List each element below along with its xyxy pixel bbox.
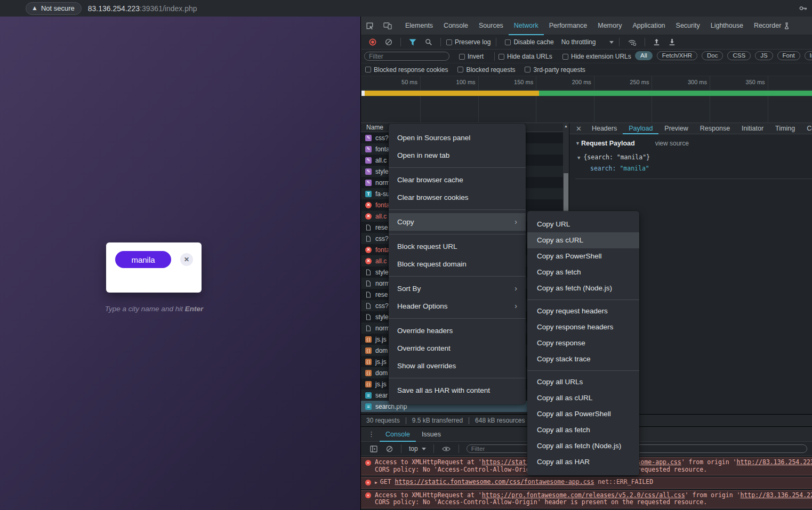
view-source-link[interactable]: view source	[655, 140, 689, 147]
console-tab-issues[interactable]: Issues	[416, 427, 447, 442]
network-filter-input[interactable]	[364, 52, 449, 61]
menu-item-sort-by[interactable]: Sort By›	[389, 280, 526, 297]
console-link[interactable]: https://static.fontawesome.com/css/fonta…	[395, 478, 594, 485]
console-error-message[interactable]: ✕Access to XMLHttpRequest at 'https://pr…	[361, 490, 812, 508]
submenu-item-copy-all-as-har[interactable]: Copy all as HAR	[527, 454, 639, 470]
console-context-select[interactable]: top	[409, 445, 426, 452]
devtools-tab-application[interactable]: Application	[627, 17, 670, 35]
checkbox-blocked-response-cookies[interactable]: Blocked response cookies	[365, 66, 448, 74]
devtools-tab-lighthouse[interactable]: Lighthouse	[705, 17, 749, 35]
devtools-tab-security[interactable]: Security	[671, 17, 705, 35]
console-link[interactable]: https://pro.fontawesome.com/releases/v5.…	[482, 491, 685, 499]
detail-tab-headers[interactable]: Headers	[586, 123, 623, 134]
submenu-item-copy-as-fetch[interactable]: Copy as fetch	[527, 264, 639, 280]
devtools-tab-performance[interactable]: Performance	[544, 17, 593, 35]
payload-preview[interactable]: ▼{search: "manila"}	[577, 153, 812, 161]
filter-chip-fetch-xhr[interactable]: Fetch/XHR	[657, 51, 697, 60]
close-detail-icon[interactable]: ✕	[573, 125, 586, 133]
record-network-log-button[interactable]	[366, 38, 379, 46]
menu-item-open-in-sources-panel[interactable]: Open in Sources panel	[389, 129, 526, 147]
detail-tab-preview[interactable]: Preview	[658, 123, 694, 134]
menu-item-clear-browser-cache[interactable]: Clear browser cache	[389, 171, 526, 189]
submenu-item-copy-all-as-curl[interactable]: Copy all as cURL	[527, 390, 639, 406]
menu-item-override-headers[interactable]: Override headers	[389, 322, 526, 339]
checkbox-blocked-requests[interactable]: Blocked requests	[457, 66, 515, 74]
disable-cache-checkbox[interactable]: Disable cache	[505, 38, 553, 46]
submenu-item-copy-stack-trace[interactable]: Copy stack trace	[527, 351, 639, 367]
timeline-gridline	[652, 76, 652, 123]
detail-tab-response[interactable]: Response	[694, 123, 736, 134]
menu-item-clear-browser-cookies[interactable]: Clear browser cookies	[389, 189, 526, 206]
menu-item-override-content[interactable]: Override content	[389, 339, 526, 357]
filter-chip-all[interactable]: All	[635, 51, 653, 60]
console-sidebar-icon[interactable]	[367, 446, 380, 452]
export-har-icon[interactable]	[666, 38, 678, 46]
menu-item-block-request-domain[interactable]: Block request domain	[389, 255, 526, 273]
detail-tab-cookies[interactable]: Cookies	[801, 123, 812, 134]
submenu-item-copy-as-powershell[interactable]: Copy as PowerShell	[527, 248, 639, 264]
detail-tab-timing[interactable]: Timing	[769, 123, 801, 134]
hide-data-urls-checkbox[interactable]: Hide data URLs	[499, 53, 552, 60]
devtools-tab-network[interactable]: Network	[509, 17, 544, 35]
console-link[interactable]: http://83.136.254.223:39361	[740, 491, 812, 499]
detail-tab-initiator[interactable]: Initiator	[736, 123, 769, 134]
submenu-item-copy-all-as-fetch[interactable]: Copy all as fetch	[527, 422, 639, 438]
submenu-item-copy-response[interactable]: Copy response	[527, 335, 639, 351]
devtools-tab-sources[interactable]: Sources	[473, 17, 509, 35]
network-conditions-icon[interactable]	[625, 39, 639, 46]
request-name: fonta	[375, 246, 390, 254]
filter-chip-font[interactable]: Font	[777, 51, 800, 60]
not-secure-badge[interactable]: ▲ Not secure	[26, 2, 82, 15]
url-text[interactable]: 83.136.254.223:39361/index.php	[88, 4, 197, 13]
script-icon: { }	[365, 359, 372, 365]
filter-chip-css[interactable]: CSS	[727, 51, 751, 60]
filter-icon[interactable]	[406, 39, 419, 46]
search-icon[interactable]	[422, 38, 435, 46]
submenu-item-copy-all-as-fetch-node-js[interactable]: Copy all as fetch (Node.js)	[527, 438, 639, 454]
preserve-log-checkbox[interactable]: Preserve log	[446, 38, 491, 46]
import-har-icon[interactable]	[650, 38, 663, 46]
submenu-item-copy-url[interactable]: Copy URL	[527, 216, 639, 232]
devtools-tab-elements[interactable]: Elements	[400, 17, 438, 35]
kebab-menu-icon[interactable]: ⋮	[361, 430, 380, 438]
console-tab-console[interactable]: Console	[380, 427, 416, 442]
hide-extension-urls-checkbox[interactable]: Hide extension URLs	[562, 53, 631, 60]
eye-icon[interactable]	[439, 446, 453, 452]
invert-checkbox[interactable]: Invert	[459, 53, 484, 60]
menu-item-show-all-overrides[interactable]: Show all overrides	[389, 357, 526, 375]
submenu-item-copy-as-curl[interactable]: Copy as cURL	[527, 232, 639, 248]
submenu-item-copy-all-as-powershell[interactable]: Copy all as PowerShell	[527, 406, 639, 422]
menu-item-open-in-new-tab[interactable]: Open in new tab	[389, 147, 526, 164]
filter-chip-js[interactable]: JS	[755, 51, 773, 60]
throttling-select[interactable]: No throttling	[561, 38, 614, 46]
devtools-tab-console[interactable]: Console	[438, 17, 473, 35]
filter-chip-img[interactable]: Img	[805, 51, 812, 60]
expand-triangle-icon[interactable]: ▶	[375, 480, 377, 485]
console-link[interactable]: http://83.136.254.223:39361	[737, 458, 812, 466]
clear-console-icon[interactable]	[383, 446, 396, 452]
detail-tab-payload[interactable]: Payload	[623, 123, 658, 134]
triangle-down-icon[interactable]: ▼	[575, 141, 580, 146]
checkbox-3rd-party-requests[interactable]: 3rd-party requests	[525, 66, 585, 74]
triangle-down-icon[interactable]: ▼	[577, 155, 580, 160]
menu-item-block-request-url[interactable]: Block request URL	[389, 238, 526, 255]
menu-item-save-all-as-har-with-content[interactable]: Save all as HAR with content	[389, 382, 526, 399]
console-error-message[interactable]: ✕▶GET https://static.fontawesome.com/css…	[361, 477, 812, 489]
submenu-item-copy-as-fetch-node-js[interactable]: Copy as fetch (Node.js)	[527, 280, 639, 296]
clear-network-log-button[interactable]	[382, 38, 395, 46]
key-icon[interactable]	[799, 6, 807, 11]
menu-item-copy[interactable]: Copy›	[389, 213, 526, 231]
overview-timeline-bar[interactable]	[361, 91, 812, 96]
submenu-item-copy-response-headers[interactable]: Copy response headers	[527, 319, 639, 335]
clear-city-button[interactable]: ✕	[180, 253, 193, 266]
scroll-up-icon[interactable]: ▲	[563, 124, 569, 128]
devtools-tab-memory[interactable]: Memory	[592, 17, 627, 35]
submenu-item-copy-request-headers[interactable]: Copy request headers	[527, 303, 639, 319]
filter-chip-doc[interactable]: Doc	[702, 51, 723, 60]
inspect-element-icon[interactable]	[361, 22, 379, 30]
submenu-item-copy-all-urls[interactable]: Copy all URLs	[527, 374, 639, 390]
city-input[interactable]: manila	[115, 251, 171, 268]
device-toolbar-icon[interactable]	[379, 22, 397, 29]
menu-item-header-options[interactable]: Header Options›	[389, 297, 526, 315]
devtools-tab-recorder[interactable]: Recorder	[749, 17, 795, 35]
